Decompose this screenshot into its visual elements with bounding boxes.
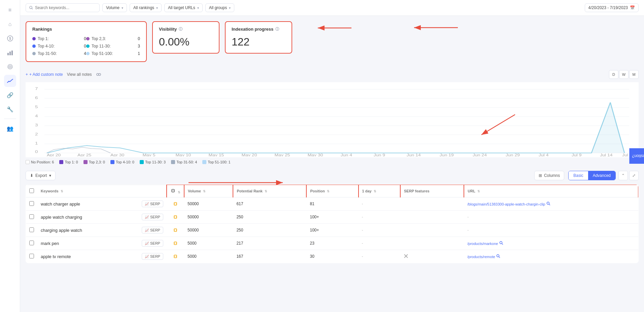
row-checkbox-1[interactable] [29,214,34,219]
th-volume[interactable]: Volume ⇅ [184,185,233,197]
svg-text:May 20: May 20 [242,153,257,156]
sidebar-link-icon[interactable]: 🔗 [4,89,16,101]
sidebar-coin-icon[interactable]: $ [4,32,16,44]
view-notes-button[interactable]: View all notes [67,72,92,77]
chart-month-button[interactable]: M [629,70,639,79]
x-icon-4 [404,254,408,258]
rank-item-top1130: Top 11-30: 3 [86,43,140,49]
rank-dot-top1130 [86,44,90,48]
svg-line-52 [549,204,550,205]
columns-button[interactable]: ⊞ Columns [534,171,564,180]
volume-cell-4: 5000 [184,250,233,263]
link-cell-1 [167,211,184,224]
volume-filter[interactable]: Volume ▾ [102,3,127,12]
sidebar-trend-icon[interactable] [4,75,16,87]
serp-cell-3: 📈 SERP [138,237,167,250]
select-all-checkbox[interactable] [29,188,34,193]
chart-day-button[interactable]: D [609,70,618,79]
info-icon: ⓘ [179,27,182,32]
link-col-icon [170,188,176,193]
chart-section: + + Add custom note View all notes D W M… [20,67,644,167]
serp-button-4[interactable]: 📈 SERP [142,253,163,260]
trend-icon: 📈 [145,228,149,232]
export-button[interactable]: ⬇ Export ▾ [26,171,56,180]
th-url[interactable]: URL ⇅ [464,185,638,197]
rankings-grid: Top 1: 0 Top 2,3: 0 Top 4-10: 0 Top 11-3… [32,36,140,57]
rankings-card: Rankings Top 1: 0 Top 2,3: 0 Top 4-10: 0 [26,21,147,62]
chart-view-buttons: D W M [609,70,639,79]
serp-button-0[interactable]: 📈 SERP [142,200,163,207]
groups-filter[interactable]: All groups ▾ [205,3,234,12]
collapse-button[interactable]: ⌃ [618,171,628,180]
row-checkbox-4[interactable] [29,254,34,258]
search-icon [29,6,33,10]
sidebar-chart-icon[interactable] [4,46,16,59]
data-table: Keywords ⇅ ⇅ Volume ⇅ Potential Rank ⇅ [26,184,639,263]
url-cell-2: - [464,224,638,237]
1day-cell-4: - [359,250,400,263]
link-chart-icon[interactable] [96,72,101,77]
legend-checkbox-top23[interactable] [83,160,88,164]
legend-checkbox-top1[interactable] [59,160,63,164]
rank-item-top3150: Top 31-50: 4 [32,51,86,57]
search-box[interactable] [26,3,100,12]
serp-button-1[interactable]: 📈 SERP [142,214,163,220]
sidebar-people-icon[interactable]: 👥 [4,122,16,134]
legend-top1130: Top 11-30: 3 [140,160,166,164]
help-tab[interactable]: Got a question? [630,148,644,164]
row-checkbox-2[interactable] [29,227,34,232]
legend-checkbox-top51100[interactable] [202,160,206,164]
table-row: charging apple watch 📈 SERP 50000 250 10… [26,224,639,237]
th-potential-rank[interactable]: Potential Rank ⇅ [233,185,306,197]
expand-button[interactable]: ⤢ [629,171,639,180]
add-note-button[interactable]: + + Add custom note [26,72,63,77]
rank-dot-top1 [32,37,36,40]
th-keywords[interactable]: Keywords ⇅ [37,185,138,197]
th-serp-features: SERP features [400,185,464,197]
legend-checkbox-top1130[interactable] [140,160,144,164]
urls-filter[interactable]: All target URLs ▾ [164,3,203,12]
legend-checkbox-no-position[interactable] [26,160,30,164]
legend-checkbox-top3150[interactable] [171,160,175,164]
basic-view-button[interactable]: Basic [569,171,588,180]
sort-icon-volume: ⇅ [203,190,206,193]
advanced-view-button[interactable]: Advanced [588,171,615,180]
url-link-4[interactable]: /products/remote [467,255,495,259]
chevron-down-icon: ▾ [122,6,123,10]
rank-item-top410: Top 4-10: 0 [32,43,86,49]
th-1day[interactable]: 1 day ⇅ [359,185,400,197]
sort-icon-url: ⇅ [477,190,480,193]
chart-week-button[interactable]: W [619,70,629,79]
table-row: apple watch charging 📈 SERP 50000 250 10… [26,211,639,224]
svg-text:Jun 19: Jun 19 [440,153,454,156]
search-input[interactable] [35,5,96,10]
sidebar-radar-icon[interactable] [4,61,16,73]
rankings-filter[interactable]: All rankings ▾ [130,3,162,12]
1day-cell-0: - [359,197,400,211]
position-cell-0: 81 [306,197,358,211]
url-link-3[interactable]: /products/markone [467,242,498,246]
keyword-cell-2: charging apple watch [37,224,138,237]
potential-rank-cell-2: 250 [233,224,306,237]
legend-top410: Top 4-10: 0 [110,160,134,164]
chart-svg: 0 1 2 3 4 5 6 7 Apr 20 Apr 25 [26,82,639,156]
calendar-icon: 📅 [630,5,635,10]
legend-checkbox-top410[interactable] [110,160,114,164]
topbar: Volume ▾ All rankings ▾ All target URLs … [20,0,644,16]
sidebar-home-icon[interactable]: ⌂ [4,18,16,30]
date-range-filter[interactable]: 4/20/2023 - 7/19/2023 📅 [585,3,639,12]
sidebar-menu-icon[interactable]: ≡ [4,4,16,16]
row-checkbox-3[interactable] [29,241,34,245]
row-checkbox-0[interactable] [29,201,34,206]
svg-text:1: 1 [35,141,38,145]
svg-text:0: 0 [35,150,38,154]
chart-controls: + + Add custom note View all notes D W M [26,67,639,82]
svg-text:$: $ [9,37,11,40]
sidebar-tool-icon[interactable]: 🔧 [4,103,16,115]
url-link-0[interactable]: /blogs/main/51383300-apple-watch-chargin… [467,202,545,206]
th-position[interactable]: Position ⇅ [306,185,358,197]
serp-button-3[interactable]: 📈 SERP [142,240,163,247]
trend-icon: 📈 [145,255,149,258]
serp-button-2[interactable]: 📈 SERP [142,227,163,233]
svg-text:Jul 14: Jul 14 [600,153,613,156]
